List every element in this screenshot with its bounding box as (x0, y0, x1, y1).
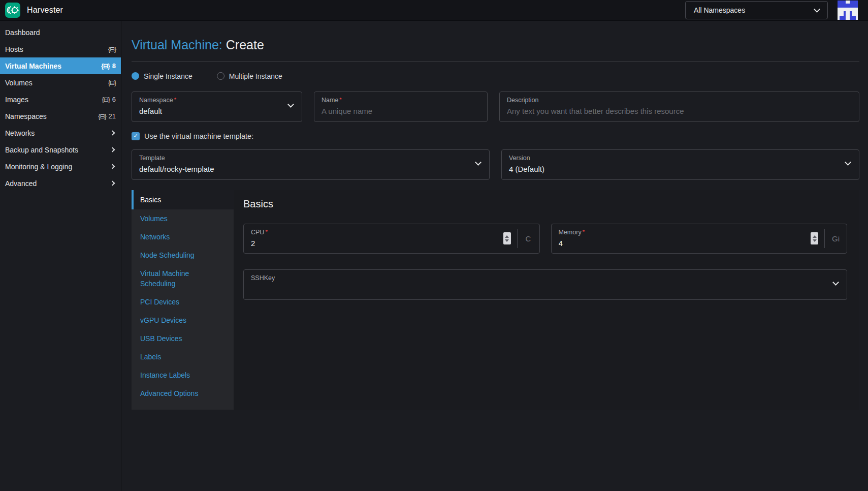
namespace-filter-dropdown[interactable]: All Namespaces (685, 1, 828, 19)
description-field: Description (499, 91, 859, 122)
sidebar-item-volumes[interactable]: Volumes {⊟} (0, 74, 121, 91)
sidebar-item-label: Images (5, 96, 28, 104)
use-template-checkbox-row[interactable]: ✓ Use the virtual machine template: (132, 132, 859, 140)
name-field: Name* (314, 91, 488, 122)
tab-virtual-machine-scheduling[interactable]: Virtual Machine Scheduling (132, 264, 234, 293)
harvester-logo-icon[interactable] (5, 3, 20, 18)
memory-stepper[interactable] (811, 232, 818, 244)
resource-count: 6 (112, 96, 116, 103)
radio-unselected-icon (217, 72, 224, 80)
cpu-input[interactable] (251, 239, 503, 248)
tab-node-scheduling[interactable]: Node Scheduling (132, 246, 234, 264)
sidebar-item-label: Networks (5, 129, 35, 137)
chevron-right-icon (110, 164, 115, 169)
radio-label: Multiple Instance (229, 72, 282, 80)
page-title-resource: Virtual Machine: (132, 38, 222, 52)
counter-icon: {⊟} (101, 63, 109, 70)
app-window: Harvester All Namespaces Dashboard Hosts (0, 0, 868, 491)
tab-networks[interactable]: Networks (132, 228, 234, 246)
template-value: default/rocky-template (139, 165, 482, 173)
tab-advanced-options[interactable]: Advanced Options (132, 384, 234, 403)
sidebar-item-label: Backup and Snapshots (5, 146, 78, 154)
chevron-right-icon (110, 181, 115, 186)
sidebar-item-backup-and-snapshots[interactable]: Backup and Snapshots (0, 141, 121, 158)
tab-vgpu-devices[interactable]: vGPU Devices (132, 311, 234, 329)
use-template-label: Use the virtual machine template: (144, 132, 253, 140)
namespace-label: Namespace* (139, 97, 295, 104)
sidebar-item-monitoring-logging[interactable]: Monitoring & Logging (0, 158, 121, 175)
template-select[interactable]: Template default/rocky-template (132, 149, 490, 180)
version-label: Version (509, 155, 852, 162)
radio-label: Single Instance (144, 72, 192, 80)
resource-count: 21 (109, 112, 116, 120)
namespace-value: default (139, 107, 295, 115)
memory-label: Memory* (559, 229, 811, 236)
sidebar-item-dashboard[interactable]: Dashboard (0, 24, 121, 41)
namespace-select[interactable]: Namespace* default (132, 91, 302, 122)
name-label: Name* (322, 97, 480, 104)
radio-multiple-instance[interactable]: Multiple Instance (217, 72, 282, 80)
counter-icon: {⊟} (108, 46, 116, 53)
sidebar-item-images[interactable]: Images {⊟} 6 (0, 91, 121, 108)
sidebar-item-advanced[interactable]: Advanced (0, 175, 121, 192)
title-divider (132, 61, 859, 62)
counter-icon: {⊟} (108, 79, 116, 86)
stepper-down-icon[interactable] (505, 239, 509, 242)
version-select[interactable]: Version 4 (Default) (501, 149, 859, 180)
sshkey-select[interactable]: SSHKey (243, 269, 847, 300)
sidebar-item-networks[interactable]: Networks (0, 125, 121, 141)
instance-mode-radio-group: Single Instance Multiple Instance (132, 72, 859, 80)
tab-instance-labels[interactable]: Instance Labels (132, 366, 234, 384)
sidebar-item-label: Hosts (5, 45, 23, 53)
cpu-field: CPU* C (243, 224, 540, 254)
sidebar-item-label: Dashboard (5, 28, 40, 37)
sidebar-item-virtual-machines[interactable]: Virtual Machines {⊟} 8 (0, 57, 121, 74)
vm-config-section: Basics Volumes Networks Node Scheduling … (132, 190, 859, 410)
sidebar-item-label: Volumes (5, 79, 33, 87)
user-avatar[interactable] (837, 1, 858, 20)
page-title: Virtual Machine: Create (132, 38, 859, 52)
checkbox-checked-icon[interactable]: ✓ (132, 132, 140, 140)
required-marker: * (583, 229, 585, 235)
counter-icon: {⊟} (102, 96, 110, 103)
description-label: Description (507, 97, 852, 104)
tab-volumes[interactable]: Volumes (132, 209, 234, 228)
chevron-right-icon (110, 147, 115, 152)
description-input[interactable] (507, 107, 852, 115)
tab-usb-devices[interactable]: USB Devices (132, 329, 234, 348)
top-bar: Harvester All Namespaces (0, 0, 868, 21)
radio-single-instance[interactable]: Single Instance (132, 72, 192, 80)
chevron-down-icon (814, 6, 820, 13)
cpu-stepper[interactable] (503, 232, 511, 244)
sidebar-item-label: Virtual Machines (5, 62, 61, 70)
stepper-up-icon[interactable] (813, 235, 817, 238)
sidebar-item-label: Advanced (5, 179, 37, 188)
required-marker: * (265, 229, 267, 235)
tab-pci-devices[interactable]: PCI Devices (132, 293, 234, 311)
product-name: Harvester (27, 6, 63, 15)
resource-count: 8 (112, 62, 116, 70)
cpu-label: CPU* (251, 229, 503, 236)
name-input[interactable] (322, 107, 480, 115)
chevron-right-icon (110, 131, 115, 136)
stepper-up-icon[interactable] (505, 235, 509, 238)
memory-field: Memory* Gi (551, 224, 848, 254)
config-tab-list: Basics Volumes Networks Node Scheduling … (132, 190, 234, 410)
sidebar-item-hosts[interactable]: Hosts {⊟} (0, 41, 121, 57)
required-marker: * (339, 97, 341, 103)
tab-labels[interactable]: Labels (132, 348, 234, 366)
sidebar-item-label: Namespaces (5, 112, 47, 120)
stepper-down-icon[interactable] (813, 239, 817, 242)
sidebar-item-namespaces[interactable]: Namespaces {⊟} 21 (0, 108, 121, 125)
cpu-unit-suffix: C (517, 229, 539, 248)
sshkey-label: SSHKey (251, 274, 840, 282)
sidebar-nav: Dashboard Hosts {⊟} Virtual Machines {⊟}… (0, 21, 121, 491)
namespace-filter-value: All Namespaces (694, 6, 745, 14)
memory-input[interactable] (559, 239, 811, 248)
counter-icon: {⊟} (98, 113, 106, 120)
main-content: Virtual Machine: Create Single Instance … (121, 21, 868, 491)
tab-basics[interactable]: Basics (132, 190, 234, 209)
sidebar-item-label: Monitoring & Logging (5, 163, 72, 171)
page-title-action: Create (226, 38, 264, 52)
memory-unit-suffix: Gi (824, 229, 847, 248)
